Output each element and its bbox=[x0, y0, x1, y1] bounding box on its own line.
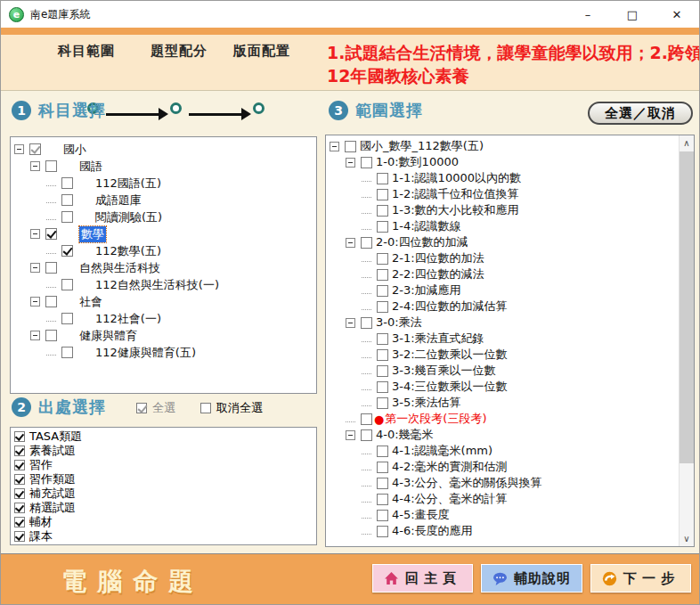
source-list-item[interactable]: TASA類題 bbox=[11, 429, 316, 444]
tree-node[interactable]: 2-2:四位數的減法 bbox=[326, 266, 680, 282]
source-list-item[interactable]: 精選試題 bbox=[11, 501, 316, 515]
tree-node[interactable]: 2-0:四位數的加減 bbox=[326, 234, 680, 250]
tree-checkbox[interactable] bbox=[361, 157, 372, 168]
close-icon[interactable]: ✕ bbox=[655, 1, 699, 28]
tree-checkbox[interactable] bbox=[45, 262, 57, 274]
tree-node[interactable]: 1-0:數到10000 bbox=[326, 154, 680, 170]
tree-node[interactable]: 國語 bbox=[11, 158, 316, 175]
tree-node[interactable]: 3-1:乘法直式紀錄 bbox=[326, 331, 680, 347]
deselect-all-checkbox[interactable] bbox=[200, 403, 211, 413]
tree-node[interactable]: 3-4:三位數乘以一位數 bbox=[326, 379, 680, 395]
source-list-item[interactable]: 素養試題 bbox=[11, 444, 316, 458]
source-checkbox[interactable] bbox=[14, 431, 25, 442]
collapse-minus-icon[interactable] bbox=[346, 158, 355, 168]
tree-node[interactable]: 社會 bbox=[11, 293, 316, 310]
tree-checkbox[interactable] bbox=[377, 269, 388, 281]
tree-checkbox[interactable] bbox=[377, 462, 388, 473]
tree-checkbox[interactable] bbox=[361, 237, 372, 249]
tree-checkbox[interactable] bbox=[377, 494, 388, 505]
home-button[interactable]: 回主頁 bbox=[372, 564, 473, 593]
tree-node[interactable]: 4-0:幾毫米 bbox=[326, 427, 680, 443]
tree-node[interactable]: 1-4:認識數線 bbox=[326, 218, 680, 234]
collapse-minus-icon[interactable] bbox=[346, 318, 355, 328]
collapse-minus-icon[interactable] bbox=[30, 161, 40, 171]
tree-node[interactable]: 3-2:二位數乘以一位數 bbox=[326, 347, 680, 363]
source-checkbox[interactable] bbox=[14, 474, 25, 485]
tree-node[interactable]: 4-2:毫米的實測和估測 bbox=[326, 459, 680, 475]
tree-node[interactable]: 成語題庫 bbox=[11, 192, 316, 208]
source-list-item[interactable]: 補充試題 bbox=[11, 486, 316, 501]
tree-checkbox[interactable] bbox=[377, 478, 388, 489]
chevron-down-icon[interactable]: ∨ bbox=[680, 531, 694, 546]
source-checkbox[interactable] bbox=[14, 531, 25, 542]
tree-checkbox[interactable] bbox=[377, 349, 388, 361]
tree-checkbox[interactable] bbox=[361, 429, 372, 441]
tree-node[interactable]: 閱讀測驗(五) bbox=[11, 208, 316, 225]
tree-node[interactable]: 4-5:畫長度 bbox=[326, 507, 680, 523]
tree-node[interactable]: 1-3:數的大小比較和應用 bbox=[326, 202, 680, 218]
collapse-minus-icon[interactable] bbox=[346, 430, 355, 440]
tree-checkbox[interactable] bbox=[61, 177, 73, 189]
minimize-icon[interactable]: – bbox=[566, 1, 610, 28]
tree-node[interactable]: ●第一次段考(三段考) bbox=[326, 411, 680, 427]
next-button[interactable]: 下一步 bbox=[590, 564, 691, 593]
tree-node[interactable]: 健康與體育 bbox=[11, 327, 316, 344]
source-checkbox[interactable] bbox=[14, 460, 25, 470]
tree-checkbox[interactable] bbox=[377, 301, 388, 313]
tree-checkbox[interactable] bbox=[377, 253, 388, 265]
collapse-minus-icon[interactable] bbox=[30, 331, 40, 340]
tree-node[interactable]: 1-2:認識千位和位值換算 bbox=[326, 186, 680, 202]
scrollbar[interactable]: ∧ ∨ bbox=[679, 135, 694, 546]
tree-checkbox[interactable] bbox=[377, 285, 388, 297]
tree-checkbox[interactable] bbox=[377, 365, 388, 377]
collapse-minus-icon[interactable] bbox=[346, 238, 355, 248]
tree-checkbox[interactable] bbox=[345, 141, 356, 152]
tree-node[interactable]: 3-5:乘法估算 bbox=[326, 395, 680, 411]
scrollbar-thumb[interactable] bbox=[680, 151, 694, 463]
collapse-minus-icon[interactable] bbox=[14, 144, 24, 154]
tree-node[interactable]: 4-1:認識毫米(mm) bbox=[326, 443, 680, 459]
tree-checkbox[interactable] bbox=[61, 245, 73, 257]
tree-node[interactable]: 2-1:四位數的加法 bbox=[326, 250, 680, 266]
tree-checkbox[interactable] bbox=[361, 413, 372, 425]
collapse-minus-icon[interactable] bbox=[30, 229, 40, 239]
help-button[interactable]: 輔助說明 bbox=[481, 564, 582, 593]
tree-node[interactable]: 數學 bbox=[11, 225, 316, 242]
select-all-checkbox[interactable] bbox=[136, 403, 147, 413]
tree-checkbox[interactable] bbox=[377, 381, 388, 393]
maximize-icon[interactable]: □ bbox=[610, 1, 655, 28]
tree-node[interactable]: 3-0:乘法 bbox=[326, 315, 680, 331]
tree-checkbox[interactable] bbox=[45, 330, 57, 341]
tree-checkbox[interactable] bbox=[377, 333, 388, 345]
tree-node[interactable]: 112社會(一) bbox=[11, 310, 316, 327]
tree-checkbox[interactable] bbox=[377, 397, 388, 409]
tree-node[interactable]: 2-4:四位數的加減估算 bbox=[326, 298, 680, 315]
source-list-item[interactable]: 輔材 bbox=[11, 515, 316, 529]
source-list-item[interactable]: 習作 bbox=[11, 458, 316, 472]
tree-checkbox[interactable] bbox=[377, 205, 388, 217]
collapse-minus-icon[interactable] bbox=[30, 297, 40, 307]
tree-checkbox[interactable] bbox=[377, 446, 388, 457]
tree-checkbox[interactable] bbox=[377, 526, 388, 537]
tree-node[interactable]: 1-1:認識10000以內的數 bbox=[326, 170, 680, 186]
tree-checkbox[interactable] bbox=[361, 317, 372, 329]
tree-node[interactable]: 4-6:長度的應用 bbox=[326, 523, 680, 539]
tree-checkbox[interactable] bbox=[29, 143, 41, 155]
collapse-minus-icon[interactable] bbox=[30, 263, 40, 273]
chevron-up-icon[interactable]: ∧ bbox=[680, 135, 694, 151]
tree-node[interactable]: 112健康與體育(五) bbox=[11, 344, 316, 361]
tree-node[interactable]: 112自然與生活科技(一) bbox=[11, 276, 316, 293]
tree-node[interactable]: 112國語(五) bbox=[11, 175, 316, 192]
tree-node[interactable]: 2-3:加減應用 bbox=[326, 282, 680, 298]
tree-checkbox[interactable] bbox=[45, 228, 57, 240]
tree-checkbox[interactable] bbox=[377, 189, 388, 200]
collapse-minus-icon[interactable] bbox=[330, 142, 339, 151]
tree-node[interactable]: 4-4:公分、毫米的計算 bbox=[326, 491, 680, 507]
tree-checkbox[interactable] bbox=[61, 211, 73, 223]
tree-checkbox[interactable] bbox=[61, 194, 73, 206]
tree-checkbox[interactable] bbox=[377, 510, 388, 521]
tree-checkbox[interactable] bbox=[377, 221, 388, 233]
source-checkbox[interactable] bbox=[14, 517, 25, 527]
tree-checkbox[interactable] bbox=[61, 313, 73, 324]
tree-node[interactable]: 國小 bbox=[11, 141, 316, 158]
